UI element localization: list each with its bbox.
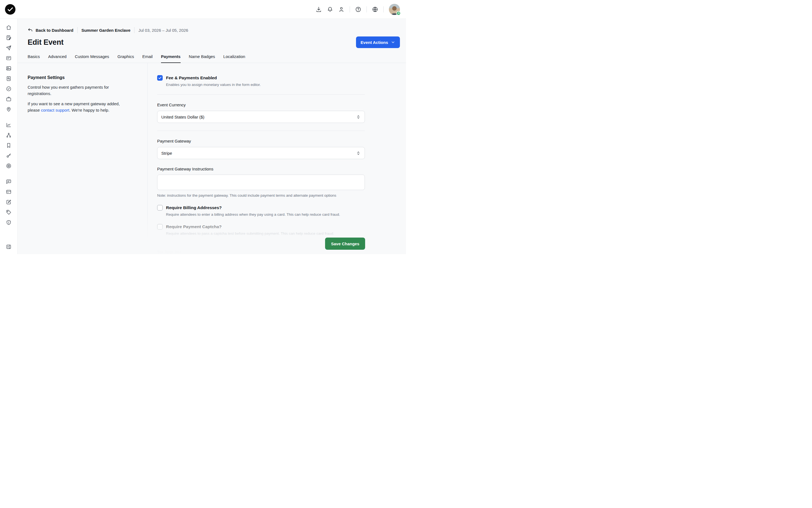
check-icon bbox=[158, 76, 162, 80]
chart-line-icon[interactable] bbox=[6, 122, 12, 128]
settings-description: Control how you event gathers payments f… bbox=[28, 84, 130, 97]
key-icon[interactable] bbox=[6, 153, 12, 159]
briefcase-icon[interactable] bbox=[6, 96, 12, 102]
divider bbox=[157, 94, 365, 95]
tag-icon[interactable] bbox=[6, 209, 12, 215]
top-bar-actions bbox=[316, 4, 400, 15]
divider bbox=[134, 27, 135, 33]
require-payment-captcha-help: Require attendees to pass a captcha test… bbox=[166, 231, 365, 236]
tab-graphics[interactable]: Graphics bbox=[118, 54, 134, 63]
shield-icon[interactable] bbox=[6, 219, 12, 225]
divider bbox=[77, 27, 78, 33]
top-bar bbox=[0, 0, 406, 19]
branch-icon[interactable] bbox=[6, 132, 12, 138]
back-arrow-icon bbox=[28, 28, 33, 33]
target-icon[interactable] bbox=[6, 163, 12, 169]
map-pin-icon[interactable] bbox=[6, 106, 12, 112]
tab-custom-messages[interactable]: Custom Messages bbox=[75, 54, 109, 63]
require-payment-captcha-checkbox[interactable] bbox=[157, 224, 163, 229]
back-label: Back to Dashboard bbox=[36, 28, 74, 33]
sidebar-collapse-icon[interactable] bbox=[6, 244, 12, 250]
event-currency-select[interactable]: United States Dollar ($) bbox=[157, 111, 365, 123]
tab-localization[interactable]: Localization bbox=[223, 54, 245, 63]
settings-support-text: If you want to see a new payment gateway… bbox=[28, 101, 130, 113]
event-currency-label: Event Currency bbox=[157, 102, 365, 107]
payment-gateway-select[interactable]: Stripe bbox=[157, 147, 365, 159]
user-avatar[interactable] bbox=[389, 4, 400, 15]
tax-rate-label: Tax Rate (%) bbox=[157, 250, 365, 254]
gateway-instructions-textarea[interactable] bbox=[157, 175, 365, 190]
badge-check-icon[interactable] bbox=[6, 86, 12, 92]
gateway-instructions-label: Payment Gateway Instructions bbox=[157, 167, 365, 171]
avatar-status-badge-globe-icon bbox=[396, 11, 401, 15]
settings-intro-panel: Payment Settings Control how you event g… bbox=[18, 63, 148, 254]
event-name: Summer Garden Enclave bbox=[82, 28, 131, 33]
require-billing-addresses-checkbox[interactable] bbox=[157, 205, 163, 211]
fee-payments-enabled-help: Enables you to assign monetary values in… bbox=[166, 83, 365, 87]
credit-card-icon[interactable] bbox=[6, 189, 12, 195]
require-billing-addresses-help: Require attendees to enter a billing add… bbox=[166, 212, 365, 217]
form-pen-icon[interactable] bbox=[6, 35, 12, 41]
settings-title: Payment Settings bbox=[28, 75, 130, 80]
event-actions-button[interactable]: Event Actions bbox=[356, 37, 400, 48]
bell-icon[interactable] bbox=[327, 6, 333, 12]
file-search-icon[interactable] bbox=[6, 75, 12, 82]
require-billing-addresses-label[interactable]: Require Billing Addresses? bbox=[166, 205, 222, 210]
bookmark-icon[interactable] bbox=[6, 142, 12, 149]
page-title: Edit Event bbox=[28, 38, 63, 47]
app-logo-check-icon[interactable] bbox=[5, 4, 15, 15]
tab-basics[interactable]: Basics bbox=[28, 54, 40, 63]
send-icon[interactable] bbox=[6, 45, 12, 51]
require-payment-captcha-label[interactable]: Require Payment Captcha? bbox=[166, 224, 222, 229]
payment-gateway-label: Payment Gateway bbox=[157, 139, 365, 143]
tab-payments[interactable]: Payments bbox=[161, 54, 181, 63]
chevron-down-icon bbox=[391, 40, 395, 44]
payment-form-panel: Fee & Payments Enabled Enables you to as… bbox=[148, 63, 406, 254]
divider bbox=[350, 6, 350, 12]
event-currency-value: United States Dollar ($) bbox=[161, 115, 205, 119]
tab-bar: Basics Advanced Custom Messages Graphics… bbox=[18, 54, 406, 63]
back-to-dashboard-link[interactable]: Back to Dashboard bbox=[28, 28, 74, 33]
tax-rate-section: Tax Rate (%) Set a tax rate for the even… bbox=[157, 250, 365, 254]
fee-payments-enabled-checkbox[interactable] bbox=[157, 75, 163, 81]
event-dates: Jul 03, 2026 – Jul 05, 2026 bbox=[138, 28, 188, 33]
image-icon[interactable] bbox=[6, 65, 12, 71]
chevrons-up-down-icon bbox=[356, 151, 361, 156]
compose-icon[interactable] bbox=[6, 199, 12, 205]
save-changes-button[interactable]: Save Changes bbox=[325, 238, 365, 250]
gateway-instructions-note: Note: instructions for the payment gatew… bbox=[157, 194, 365, 198]
message-icon[interactable] bbox=[6, 178, 12, 184]
globe-icon[interactable] bbox=[372, 6, 378, 12]
contact-support-link[interactable]: contact support bbox=[41, 108, 69, 113]
divider bbox=[366, 6, 367, 12]
list-panel-icon[interactable] bbox=[6, 55, 12, 61]
divider bbox=[157, 131, 365, 131]
breadcrumb: Back to Dashboard Summer Garden Enclave … bbox=[28, 27, 400, 33]
tab-name-badges[interactable]: Name Badges bbox=[189, 54, 215, 63]
chevrons-up-down-icon bbox=[356, 115, 361, 119]
app-sidebar bbox=[0, 19, 18, 254]
fee-payments-enabled-label[interactable]: Fee & Payments Enabled bbox=[166, 75, 217, 80]
tab-email[interactable]: Email bbox=[142, 54, 153, 63]
tab-advanced[interactable]: Advanced bbox=[48, 54, 66, 63]
help-icon[interactable] bbox=[355, 6, 361, 12]
download-icon[interactable] bbox=[316, 6, 322, 12]
user-icon[interactable] bbox=[339, 6, 345, 12]
main-content: Back to Dashboard Summer Garden Enclave … bbox=[18, 19, 406, 254]
home-icon[interactable] bbox=[6, 24, 12, 30]
payment-gateway-value: Stripe bbox=[161, 151, 172, 156]
